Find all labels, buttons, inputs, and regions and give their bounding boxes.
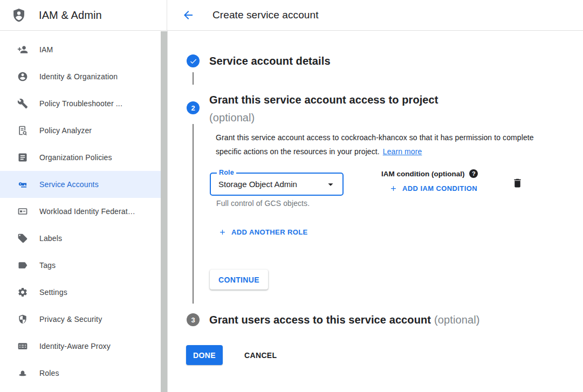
role-select-label: Role [217, 169, 236, 176]
sidebar-item-settings[interactable]: Settings [0, 279, 167, 306]
sidebar-item-roles[interactable]: Roles [0, 360, 167, 387]
step2-description: Grant this service account access to coc… [216, 131, 535, 159]
sidebar-item-label: Roles [39, 369, 59, 377]
help-icon[interactable]: ? [469, 169, 478, 178]
sidebar-item-label: IAM [39, 45, 53, 54]
step2-optional-label: (optional) [209, 109, 438, 127]
step2-number-badge: 2 [187, 101, 200, 114]
step3-number: 3 [191, 316, 195, 324]
page-title: Create service account [212, 9, 319, 21]
plus-icon [218, 228, 227, 236]
step1-title: Service account details [209, 54, 331, 67]
sidebar-item-policy-troubleshooter[interactable]: Policy Troubleshooter ... [0, 90, 167, 117]
trash-icon [512, 177, 523, 189]
card-icon [17, 206, 28, 217]
wrench-icon [17, 98, 28, 109]
dropdown-arrow-icon [325, 178, 337, 190]
proxy-icon [17, 341, 28, 352]
add-iam-condition-label: ADD IAM CONDITION [402, 184, 477, 192]
step-connector-line [193, 124, 194, 304]
app-header: IAM & Admin Create service account [0, 0, 583, 31]
done-button[interactable]: DONE [186, 345, 223, 365]
iam-condition-label-text: IAM condition (optional) [381, 170, 464, 178]
back-button[interactable] [181, 8, 196, 23]
document-icon [17, 152, 28, 163]
arrow-back-icon [182, 9, 195, 22]
account-circle-icon [17, 71, 28, 82]
delete-role-button[interactable] [510, 176, 524, 190]
step2-title-text: Grant this service account access to pro… [209, 91, 438, 109]
cancel-button[interactable]: CANCEL [240, 345, 281, 365]
step-connector-line [193, 72, 194, 85]
plus-icon [389, 184, 397, 192]
sidebar-item-labels[interactable]: Labels [0, 225, 167, 252]
sidebar-item-label: Organization Policies [39, 153, 112, 162]
sidebar-item-label: Tags [39, 261, 56, 270]
step2-title: Grant this service account access to pro… [209, 91, 438, 127]
sidebar-item-label: Service Accounts [39, 180, 99, 189]
add-iam-condition-button[interactable]: ADD IAM CONDITION [389, 184, 477, 192]
sidebar-item-label: Workload Identity Federat… [39, 207, 135, 216]
sidebar-item-identity-aware-proxy[interactable]: Identity-Aware Proxy [0, 333, 167, 360]
page-header: Create service account [167, 0, 583, 30]
role-helper-text: Full control of GCS objects. [216, 199, 310, 208]
iam-admin-shield-icon [11, 8, 26, 23]
step3-title-text: Grant users access to this service accou… [209, 314, 431, 326]
product-name: IAM & Admin [39, 9, 102, 22]
label-icon [17, 233, 28, 244]
sidebar-item-organization-policies[interactable]: Organization Policies [0, 144, 167, 171]
role-select[interactable]: Role Storage Object Admin [210, 173, 344, 196]
sidebar-nav: IAM Identity & Organization Policy Troub… [0, 31, 168, 392]
iam-admin-console: IAM & Admin Create service account IAM I… [0, 0, 583, 392]
gear-icon [17, 287, 28, 298]
key-icon [17, 179, 28, 190]
sidebar-item-identity-organization[interactable]: Identity & Organization [0, 63, 167, 90]
iam-condition-label: IAM condition (optional) ? [381, 169, 478, 178]
sidebar-item-label: Policy Analyzer [39, 126, 92, 135]
sidebar-item-workload-identity-federation[interactable]: Workload Identity Federat… [0, 198, 167, 225]
shield-icon [17, 314, 28, 325]
person-add-icon [17, 44, 28, 55]
learn-more-link[interactable]: Learn more [383, 147, 422, 156]
step3-optional-label: (optional) [434, 314, 479, 326]
sidebar-item-label: Settings [39, 288, 67, 297]
sidebar-item-label: Policy Troubleshooter ... [39, 99, 122, 108]
sidebar-scrollbar[interactable] [161, 31, 167, 392]
step1-completed-check-icon [187, 54, 200, 67]
tag-icon [17, 260, 28, 271]
sidebar-item-label: Privacy & Security [39, 315, 102, 324]
add-another-role-label: ADD ANOTHER ROLE [231, 228, 308, 236]
sidebar-item-iam[interactable]: IAM [0, 36, 167, 63]
step2-description-text: Grant this service account access to coc… [216, 133, 534, 156]
product-header: IAM & Admin [0, 0, 167, 30]
sidebar-item-policy-analyzer[interactable]: Policy Analyzer [0, 117, 167, 144]
sidebar-item-privacy-security[interactable]: Privacy & Security [0, 306, 167, 333]
add-another-role-button[interactable]: ADD ANOTHER ROLE [218, 228, 308, 236]
create-service-account-form: Service account details 2 Grant this ser… [168, 31, 583, 392]
step3-number-badge: 3 [187, 313, 200, 326]
step3-title: Grant users access to this service accou… [209, 313, 479, 326]
policy-analyzer-icon [17, 125, 28, 136]
sidebar-item-tags[interactable]: Tags [0, 252, 167, 279]
hat-icon [17, 368, 28, 379]
continue-button[interactable]: CONTINUE [210, 270, 268, 290]
sidebar-item-label: Identity & Organization [39, 72, 118, 81]
step2-number: 2 [191, 104, 195, 112]
sidebar-item-label: Identity-Aware Proxy [39, 342, 111, 350]
sidebar-item-service-accounts[interactable]: Service Accounts [0, 171, 167, 198]
sidebar-item-label: Labels [39, 234, 62, 243]
role-select-value: Storage Object Admin [218, 180, 297, 189]
